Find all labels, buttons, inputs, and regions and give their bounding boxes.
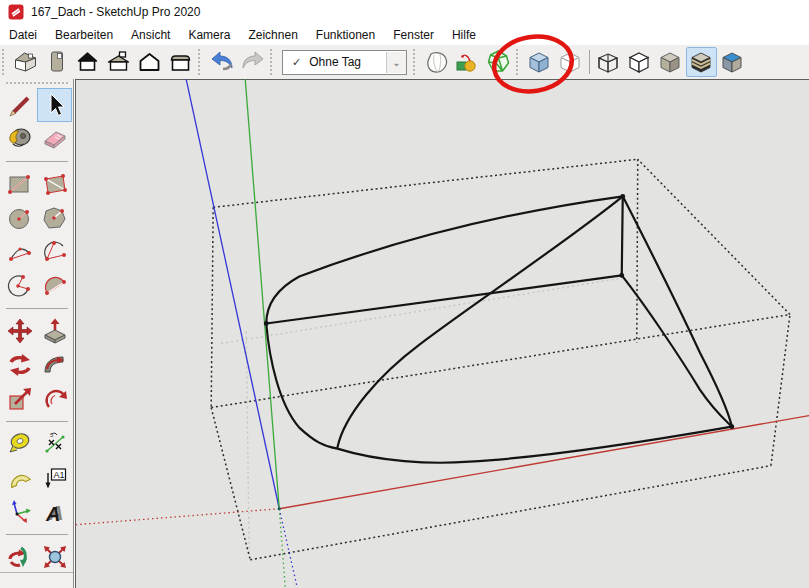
tag-color-icon (455, 50, 481, 75)
menu-ansicht[interactable]: Ansicht (122, 26, 179, 44)
back-edges-style-button[interactable] (555, 47, 586, 77)
tool-axes[interactable] (2, 495, 37, 529)
tool-scale[interactable] (2, 382, 37, 416)
tag-color-button[interactable] (452, 47, 483, 77)
palette-separator (6, 161, 68, 162)
textured-style-icon (689, 50, 714, 75)
tool-rotate[interactable] (2, 348, 37, 382)
tool-zoom[interactable] (37, 540, 72, 574)
menu-hilfe[interactable]: Hilfe (443, 26, 485, 44)
shadow-blob-button[interactable] (421, 47, 452, 77)
right-view-icon (44, 50, 69, 74)
green-wireframe-style-button[interactable] (483, 47, 514, 77)
tool-polygon[interactable] (37, 201, 72, 235)
palette-separator (6, 534, 68, 535)
menu-kamera[interactable]: Kamera (179, 26, 239, 44)
iso-view-button[interactable] (10, 47, 41, 77)
iso-view-icon (13, 50, 38, 74)
palette-separator (6, 421, 68, 422)
tool-orbit[interactable] (2, 540, 37, 574)
toolbar-grip[interactable] (516, 49, 522, 75)
hidden-line-style-button[interactable] (624, 47, 655, 77)
toolbar-grip[interactable] (270, 49, 276, 75)
shaded-style-button[interactable] (655, 47, 686, 77)
front-view-icon (75, 50, 100, 74)
top-view-button[interactable] (103, 47, 134, 77)
arc-icon (42, 239, 68, 265)
back-view-icon (168, 50, 193, 74)
tool-push-pull[interactable] (37, 314, 72, 348)
tool-filled-pie[interactable] (37, 269, 72, 303)
tool-offset[interactable] (37, 382, 72, 416)
tag-dropdown[interactable]: ✓ Ohne Tag ⌄ (282, 50, 407, 75)
tool-text[interactable]: A1 (37, 461, 72, 495)
back-view-button[interactable] (165, 47, 196, 77)
tag-dropdown-value: Ohne Tag (309, 55, 386, 69)
green-axis-negative (279, 509, 285, 588)
xray-style-button[interactable] (524, 47, 555, 77)
outline-view-icon (137, 50, 162, 74)
monochrome-style-button[interactable] (717, 47, 748, 77)
circle-icon (7, 205, 33, 231)
tool-move[interactable] (2, 314, 37, 348)
tool-select[interactable] (37, 88, 72, 122)
paint-bucket-icon (7, 126, 33, 152)
toolbar-grip[interactable] (413, 49, 419, 75)
toolbar-grip[interactable] (198, 49, 204, 75)
hidden-line-style-icon (627, 50, 652, 75)
tool-pie[interactable] (2, 269, 37, 303)
offset-icon (42, 386, 68, 412)
right-view-button[interactable] (41, 47, 72, 77)
red-axis (279, 416, 809, 509)
palette-bottom-edge (0, 572, 73, 573)
select-cursor-icon (42, 92, 68, 118)
toolbar-separator (589, 50, 590, 74)
tool-rectangle[interactable] (2, 167, 37, 201)
redo-button[interactable] (237, 47, 268, 77)
menu-bearbeiten[interactable]: Bearbeiten (46, 26, 122, 44)
zoom-icon (42, 544, 68, 570)
tag-dropdown-chevron-icon[interactable]: ⌄ (386, 52, 406, 73)
tool-line[interactable] (2, 88, 37, 122)
tool-paint-bucket[interactable] (2, 122, 37, 156)
menu-bar: Datei Bearbeiten Ansicht Kamera Zeichnen… (0, 24, 809, 45)
menu-datei[interactable]: Datei (0, 26, 46, 44)
palette-grip[interactable] (6, 82, 68, 87)
tool-protractor[interactable] (2, 461, 37, 495)
axes-icon (7, 499, 33, 525)
tool-two-point-arc[interactable] (2, 235, 37, 269)
menu-funktionen[interactable]: Funktionen (307, 26, 384, 44)
scale-icon (7, 386, 33, 412)
rotate-icon (7, 352, 33, 378)
outline-view-button[interactable] (134, 47, 165, 77)
tool-follow-me[interactable] (37, 348, 72, 382)
blue-axis-negative (279, 509, 297, 588)
model-viewport[interactable] (75, 79, 809, 588)
front-view-button[interactable] (72, 47, 103, 77)
menu-zeichnen[interactable]: Zeichnen (239, 26, 306, 44)
green-axis (245, 79, 279, 509)
wireframe-style-button[interactable] (593, 47, 624, 77)
toolbar-grip[interactable] (2, 49, 8, 75)
protractor-icon (7, 465, 33, 491)
filled-pie-icon (42, 273, 68, 299)
axes-origin (278, 507, 281, 510)
tool-rotated-rectangle[interactable] (37, 167, 72, 201)
undo-icon (209, 50, 235, 74)
sketchup-logo-icon (8, 4, 24, 20)
undo-button[interactable] (206, 47, 237, 77)
threed-text-icon: A A (42, 499, 68, 525)
window-title: 167_Dach - SketchUp Pro 2020 (31, 5, 200, 19)
follow-me-icon (42, 352, 68, 378)
tool-circle[interactable] (2, 201, 37, 235)
shaded-style-icon (658, 50, 683, 75)
title-bar: 167_Dach - SketchUp Pro 2020 (0, 0, 809, 24)
tool-arc[interactable] (37, 235, 72, 269)
tool-eraser[interactable] (37, 122, 72, 156)
textured-style-button[interactable] (686, 47, 717, 77)
tag-checkmark: ✓ (292, 56, 301, 69)
tool-tape-measure[interactable] (2, 427, 37, 461)
tool-3d-text[interactable]: A A (37, 495, 72, 529)
menu-fenster[interactable]: Fenster (384, 26, 443, 44)
tool-axes-guide[interactable]: 5 (37, 427, 72, 461)
